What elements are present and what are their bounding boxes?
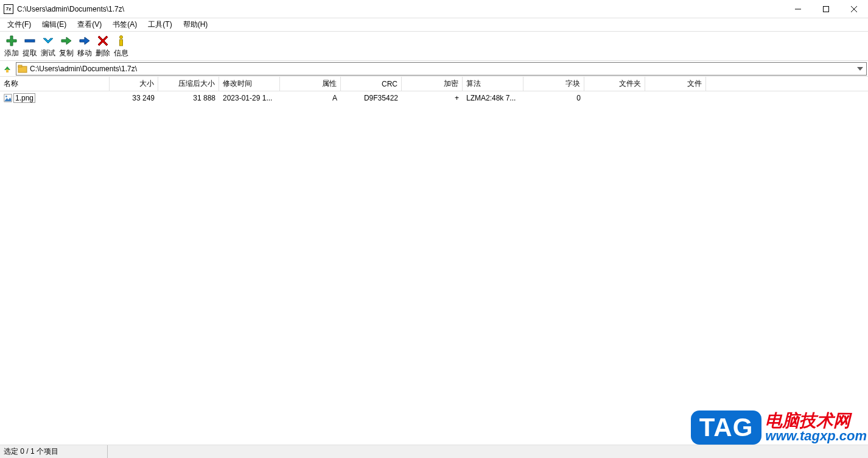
- menubar: 文件(F) 编辑(E) 查看(V) 书签(A) 工具(T) 帮助(H): [0, 18, 868, 32]
- check-icon: [41, 34, 55, 48]
- address-input[interactable]: [30, 65, 855, 73]
- col-header-files[interactable]: 文件: [645, 77, 706, 91]
- move-button[interactable]: 移动: [75, 33, 94, 58]
- cell-name: 1.png: [0, 92, 110, 104]
- arrow-right-blue-icon: [78, 34, 91, 48]
- menu-view[interactable]: 查看(V): [72, 18, 107, 31]
- titlebar: 7z C:\Users\admin\Documents\1.7z\: [0, 0, 868, 18]
- addressbar: [0, 61, 868, 77]
- cell-block: 0: [523, 93, 584, 104]
- cell-attr: A: [280, 93, 341, 104]
- info-icon: [114, 34, 128, 48]
- plus-icon: [5, 34, 18, 48]
- address-dropdown[interactable]: [855, 67, 865, 71]
- col-header-size[interactable]: 大小: [110, 77, 158, 91]
- status-selection: 选定 0 / 1 个项目: [4, 445, 108, 458]
- cell-files: [645, 97, 706, 99]
- app-icon: 7z: [4, 4, 13, 14]
- watermark-text: 电脑技术网 www.tagxp.com: [765, 412, 867, 443]
- cell-modified: 2023-01-29 1...: [219, 93, 280, 104]
- cell-crc: D9F35422: [341, 93, 402, 104]
- watermark-url: www.tagxp.com: [765, 429, 867, 443]
- minimize-button[interactable]: [784, 0, 812, 18]
- watermark-cn: 电脑技术网: [765, 412, 867, 429]
- list-body[interactable]: 1.png 33 249 31 888 2023-01-29 1... A D9…: [0, 91, 868, 425]
- svg-point-11: [5, 96, 7, 97]
- cell-encrypted: +: [402, 93, 463, 104]
- minus-icon: [23, 34, 37, 48]
- col-header-block[interactable]: 字块: [523, 77, 584, 91]
- svg-rect-1: [824, 7, 829, 12]
- arrow-right-green-icon: [60, 34, 73, 48]
- svg-rect-6: [120, 40, 123, 46]
- toolbar: 添加 提取 测试 复制 移动 删除 信息: [0, 32, 868, 61]
- test-button[interactable]: 测试: [39, 33, 57, 58]
- statusbar: 选定 0 / 1 个项目: [0, 445, 868, 458]
- info-button[interactable]: 信息: [112, 33, 130, 58]
- col-header-encrypted[interactable]: 加密: [402, 77, 463, 91]
- col-header-method[interactable]: 算法: [463, 77, 523, 91]
- delete-button[interactable]: 删除: [94, 33, 112, 58]
- image-file-icon: [4, 94, 12, 102]
- cell-folders: [584, 97, 645, 99]
- col-header-name[interactable]: 名称: [0, 77, 110, 91]
- list-row[interactable]: 1.png 33 249 31 888 2023-01-29 1... A D9…: [0, 91, 868, 105]
- menu-edit[interactable]: 编辑(E): [37, 18, 71, 31]
- svg-rect-9: [18, 65, 22, 67]
- cell-packed: 31 888: [158, 93, 219, 104]
- x-red-icon: [96, 34, 110, 48]
- svg-rect-7: [6, 69, 9, 72]
- window-title: C:\Users\admin\Documents\1.7z\: [17, 5, 784, 13]
- add-button[interactable]: 添加: [2, 33, 21, 58]
- window-controls: [784, 0, 868, 18]
- up-button[interactable]: [1, 63, 13, 75]
- watermark-tag: TAG: [691, 410, 762, 445]
- address-input-wrap: [16, 62, 867, 76]
- menu-file[interactable]: 文件(F): [2, 18, 36, 31]
- svg-point-5: [120, 36, 123, 39]
- folder-icon: [18, 64, 27, 74]
- col-header-modified[interactable]: 修改时间: [219, 77, 280, 91]
- extract-button[interactable]: 提取: [21, 33, 39, 58]
- list-header: 名称 大小 压缩后大小 修改时间 属性 CRC 加密 算法 字块 文件夹 文件: [0, 77, 868, 91]
- menu-bookmarks[interactable]: 书签(A): [108, 18, 142, 31]
- menu-help[interactable]: 帮助(H): [178, 18, 213, 31]
- menu-tools[interactable]: 工具(T): [143, 18, 177, 31]
- col-header-folders[interactable]: 文件夹: [584, 77, 645, 91]
- maximize-button[interactable]: [812, 0, 840, 18]
- copy-button[interactable]: 复制: [57, 33, 75, 58]
- filename-text: 1.png: [13, 93, 35, 103]
- cell-method: LZMA2:48k 7...: [463, 93, 523, 104]
- col-header-packed[interactable]: 压缩后大小: [158, 77, 219, 91]
- col-header-crc[interactable]: CRC: [341, 77, 402, 91]
- watermark: TAG 电脑技术网 www.tagxp.com: [691, 410, 867, 445]
- col-header-attr[interactable]: 属性: [280, 77, 341, 91]
- svg-rect-4: [25, 40, 35, 42]
- cell-size: 33 249: [110, 93, 158, 104]
- close-button[interactable]: [840, 0, 868, 18]
